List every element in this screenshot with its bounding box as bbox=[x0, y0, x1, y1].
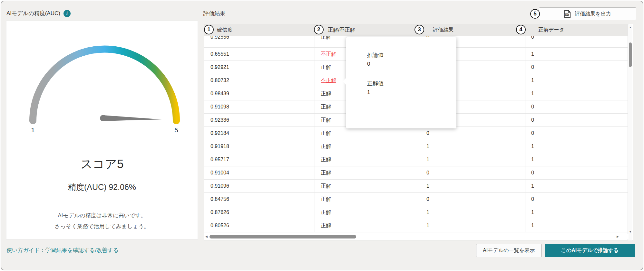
cell-answer: 0 bbox=[525, 100, 629, 113]
column-header-correctness[interactable]: 正解/不正解 bbox=[315, 24, 420, 36]
cell-correctness: 正解 bbox=[315, 206, 420, 219]
vertical-scrollbar-thumb[interactable] bbox=[629, 42, 632, 67]
cell-text: 1 bbox=[531, 210, 534, 215]
vertical-scrollbar[interactable]: ▲ ▼ bbox=[628, 24, 632, 240]
cell-text: 0 bbox=[531, 36, 534, 40]
cell-text: 0 bbox=[531, 170, 534, 176]
cell-text: 0.98439 bbox=[210, 91, 229, 97]
cell-text: 正解 bbox=[321, 90, 331, 97]
gauge-min-label: 1 bbox=[31, 126, 35, 134]
gauge-description: AIモデルの精度は非常に高いです。 さっそく業務で活用してみましょう。 bbox=[6, 210, 198, 232]
cell-confidence: 0.92556 bbox=[204, 36, 315, 47]
annotation-marker-1: 1 bbox=[204, 25, 214, 34]
cell-text: 正解 bbox=[321, 183, 331, 190]
cell-text: 0.87626 bbox=[210, 210, 229, 215]
cell-text: 0 bbox=[426, 196, 429, 202]
incorrect-link[interactable]: 不正解 bbox=[321, 51, 336, 58]
cell-text: 1 bbox=[531, 144, 534, 149]
cell-evaluation: 1 bbox=[420, 180, 525, 192]
cell-evaluation: 1 bbox=[420, 140, 525, 153]
tooltip-inference-value: 0 bbox=[367, 60, 456, 68]
cell-text: 1 bbox=[531, 78, 534, 83]
cell-confidence: 0.92921 bbox=[204, 61, 315, 74]
cell-confidence: 0.92336 bbox=[204, 114, 315, 126]
cell-answer: 0 bbox=[525, 114, 629, 126]
cell-evaluation: 1 bbox=[420, 206, 525, 219]
cell-evaluation: 1 bbox=[420, 219, 525, 232]
cell-text: 1 bbox=[531, 157, 534, 163]
export-results-button[interactable]: CSV 評価結果を出力 bbox=[539, 7, 636, 20]
cell-correctness: 正解 bbox=[315, 140, 420, 153]
cell-evaluation: 0 bbox=[420, 127, 525, 140]
app-window: AIモデルの精度(AUC) i 評価結果 CSV 評価結果を出力 5 1 5 ス… bbox=[1, 1, 643, 270]
cell-text: 正解 bbox=[321, 117, 331, 124]
cell-text: 0 bbox=[426, 170, 429, 176]
table-row: 0.95717正解11 bbox=[204, 153, 629, 166]
annotation-marker-2: 2 bbox=[314, 25, 324, 34]
gauge-chart: 1 5 bbox=[6, 31, 198, 137]
cell-text: 1 bbox=[426, 144, 429, 149]
cell-confidence: 0.92184 bbox=[204, 127, 315, 140]
cell-answer: 1 bbox=[525, 180, 629, 192]
cell-confidence: 0.65551 bbox=[204, 48, 315, 61]
cell-correctness: 正解 bbox=[315, 166, 420, 179]
svg-text:CSV: CSV bbox=[565, 14, 569, 16]
cell-text: 0.91918 bbox=[210, 144, 229, 149]
gauge-description-line2: さっそく業務で活用してみましょう。 bbox=[6, 221, 198, 232]
cell-text: 正解 bbox=[321, 196, 331, 203]
scroll-down-icon[interactable]: ▼ bbox=[628, 230, 633, 233]
cell-text: 正解 bbox=[321, 36, 331, 41]
cell-evaluation: 1 bbox=[420, 153, 525, 166]
table-row: 0.91004正解00 bbox=[204, 166, 629, 180]
cell-text: 0 bbox=[531, 130, 534, 136]
gauge-max-label: 5 bbox=[174, 126, 178, 134]
cell-evaluation: 0 bbox=[420, 193, 525, 206]
info-icon[interactable]: i bbox=[63, 10, 71, 17]
incorrect-link[interactable]: 不正解 bbox=[321, 77, 336, 84]
column-header-evaluation[interactable]: 評価結果 bbox=[420, 24, 525, 36]
cell-text: 1 bbox=[426, 223, 429, 229]
cell-text: 0.80526 bbox=[210, 223, 229, 229]
horizontal-scrollbar-thumb[interactable] bbox=[210, 235, 356, 238]
scroll-left-icon[interactable]: ◀ bbox=[205, 235, 208, 238]
cell-correctness: 正解 bbox=[315, 193, 420, 206]
usage-guide-link[interactable]: 使い方ガイド：学習結果を確認する/改善する bbox=[6, 247, 119, 254]
cell-answer: 1 bbox=[525, 87, 629, 100]
left-panel-title: AIモデルの精度(AUC) i bbox=[6, 10, 71, 17]
scroll-up-icon[interactable]: ▲ bbox=[628, 26, 633, 29]
cell-text: 0 bbox=[531, 64, 534, 70]
cell-text: 0 bbox=[426, 130, 429, 136]
gauge-card: 1 5 スコア5 精度(AUC) 92.06% AIモデルの精度は非常に高いです… bbox=[6, 21, 198, 239]
cell-text: 正解 bbox=[321, 104, 331, 110]
cell-answer: 0 bbox=[525, 166, 629, 179]
cell-text: 1 bbox=[531, 183, 534, 189]
horizontal-scrollbar[interactable]: ◀ ▶ bbox=[204, 234, 629, 239]
scroll-right-icon[interactable]: ▶ bbox=[617, 235, 619, 238]
cell-text: 0.65551 bbox=[210, 51, 229, 57]
gauge-arc bbox=[33, 49, 176, 121]
cell-text: 1 bbox=[426, 183, 429, 189]
show-model-list-button[interactable]: AIモデルの一覧を表示 bbox=[476, 244, 542, 257]
cell-answer: 1 bbox=[525, 206, 629, 219]
score-label: スコア5 bbox=[6, 156, 198, 172]
table-row: 0.84756正解00 bbox=[204, 193, 629, 206]
cell-text: 正解 bbox=[321, 170, 331, 176]
cell-confidence: 0.91098 bbox=[204, 100, 315, 113]
cell-text: 正解 bbox=[321, 156, 331, 163]
cell-text: 1 bbox=[426, 210, 429, 215]
column-header-confidence[interactable]: 確信度 bbox=[204, 24, 315, 36]
cell-correctness: 正解 bbox=[315, 153, 420, 166]
tooltip-arrow-icon bbox=[343, 78, 346, 85]
cell-text: 1 bbox=[531, 51, 534, 57]
cell-answer: 1 bbox=[525, 219, 629, 232]
column-header-answer[interactable]: 正解データ bbox=[525, 24, 629, 36]
table-row: 0.92184正解00 bbox=[204, 127, 629, 140]
infer-with-model-button[interactable]: このAIモデルで推論する bbox=[545, 244, 635, 257]
cell-text: 正解 bbox=[321, 209, 331, 216]
cell-text: 0.92336 bbox=[210, 117, 229, 123]
cell-correctness: 正解 bbox=[315, 180, 420, 192]
cell-text: 0.92556 bbox=[210, 36, 229, 40]
cell-answer: 1 bbox=[525, 140, 629, 153]
annotation-marker-4: 4 bbox=[516, 25, 526, 34]
cell-answer: 0 bbox=[525, 61, 629, 74]
